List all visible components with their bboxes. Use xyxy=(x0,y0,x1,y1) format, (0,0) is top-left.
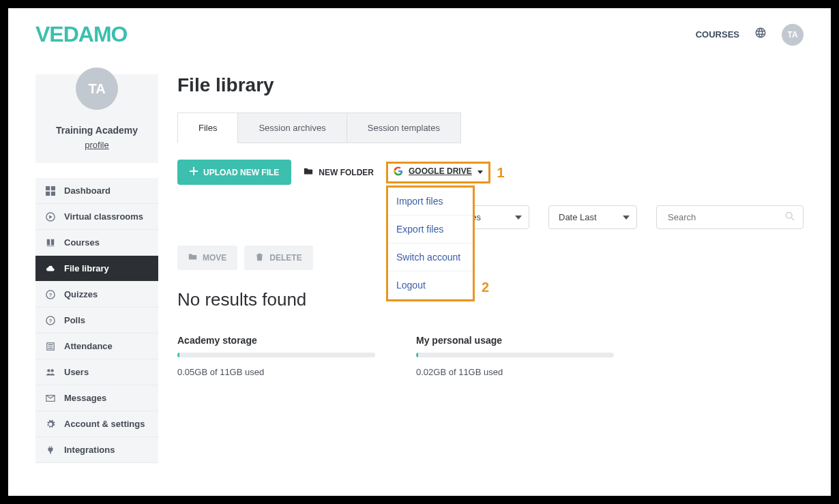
question-icon: ? xyxy=(45,316,56,325)
upload-new-file-button[interactable]: UPLOAD NEW FILE xyxy=(177,160,291,185)
academy-storage-progress xyxy=(177,353,375,357)
dashboard-icon xyxy=(45,186,56,196)
main: File library Files Session archives Sess… xyxy=(177,74,804,463)
content: TA Training Academy profile Dashboard Vi… xyxy=(8,54,831,463)
personal-storage-block: My personal usage 0.02GB of 11GB used xyxy=(416,335,614,377)
play-icon xyxy=(45,212,56,222)
storage-row: Academy storage 0.05GB of 11GB used My p… xyxy=(177,335,804,377)
move-label: MOVE xyxy=(203,253,226,263)
no-results-text: No results found xyxy=(177,289,804,310)
nav-messages[interactable]: Messages xyxy=(35,385,158,411)
academy-storage-fill xyxy=(177,353,179,357)
gdrive-export-files[interactable]: Export files xyxy=(388,216,473,243)
plug-icon xyxy=(45,445,56,455)
folder-icon xyxy=(188,252,197,263)
move-button[interactable]: MOVE xyxy=(177,246,237,270)
sidebar-nav: Dashboard Virtual classrooms Courses Fil… xyxy=(35,178,158,463)
personal-storage-progress xyxy=(416,353,614,357)
trash-icon xyxy=(255,252,264,263)
tab-session-templates[interactable]: Session templates xyxy=(347,113,461,143)
brand-logo: VEDAMO xyxy=(35,22,127,47)
nav-label: Account & settings xyxy=(64,419,145,429)
nav-label: Integrations xyxy=(64,445,115,455)
chevron-down-icon xyxy=(477,166,483,176)
svg-point-10 xyxy=(47,369,50,372)
gdrive-import-files[interactable]: Import files xyxy=(388,188,473,216)
nav-dashboard[interactable]: Dashboard xyxy=(35,178,158,204)
svg-point-11 xyxy=(50,369,53,372)
upload-label: UPLOAD NEW FILE xyxy=(203,168,279,177)
gdrive-logout[interactable]: Logout xyxy=(388,271,473,299)
folder-icon xyxy=(304,166,313,178)
search-input[interactable] xyxy=(665,206,785,228)
nav-attendance[interactable]: Attendance xyxy=(35,333,158,359)
nav-account-settings[interactable]: Account & settings xyxy=(35,411,158,437)
topbar-right: COURSES TA xyxy=(696,24,804,46)
svg-text:?: ? xyxy=(49,291,53,297)
svg-rect-1 xyxy=(51,186,55,190)
user-avatar[interactable]: TA xyxy=(782,24,804,46)
svg-rect-0 xyxy=(46,186,50,190)
svg-point-13 xyxy=(786,212,792,218)
nav-label: Users xyxy=(64,367,89,377)
users-icon xyxy=(45,368,56,377)
nav-label: Polls xyxy=(64,315,85,325)
gear-icon xyxy=(45,419,56,429)
app-window: VEDAMO COURSES TA TA Training Academy pr… xyxy=(8,8,831,496)
filters-row: My files Date Last xyxy=(177,205,804,229)
nav-label: Messages xyxy=(64,393,106,403)
nav-label: Virtual classrooms xyxy=(64,211,143,222)
academy-storage-title: Academy storage xyxy=(177,335,375,346)
nav-label: Courses xyxy=(64,237,100,248)
profile-link[interactable]: profile xyxy=(85,140,108,150)
nav-label: Quizzes xyxy=(64,289,98,299)
sidebar: TA Training Academy profile Dashboard Vi… xyxy=(35,74,158,463)
list-icon xyxy=(45,342,56,351)
topbar: VEDAMO COURSES TA xyxy=(8,8,831,54)
nav-quizzes[interactable]: ? Quizzes xyxy=(35,282,158,308)
envelope-icon xyxy=(45,394,56,403)
svg-text:?: ? xyxy=(49,317,53,323)
delete-label: DELETE xyxy=(269,253,301,263)
courses-link[interactable]: COURSES xyxy=(696,29,739,40)
filter-sort-select[interactable]: Date Last xyxy=(548,205,637,229)
google-drive-button[interactable]: GOOGLE DRIVE xyxy=(394,166,483,176)
gdrive-switch-account[interactable]: Switch account xyxy=(388,243,473,271)
nav-label: Dashboard xyxy=(64,186,111,196)
annotation-2: 2 xyxy=(482,280,489,295)
new-folder-label: NEW FOLDER xyxy=(319,168,374,177)
profile-avatar: TA xyxy=(76,68,118,110)
google-drive-label: GOOGLE DRIVE xyxy=(409,166,472,176)
search-wrap xyxy=(656,205,804,229)
nav-file-library[interactable]: File library xyxy=(35,256,158,282)
google-drive-dropdown-wrap: GOOGLE DRIVE 1 Import files Export files… xyxy=(386,162,490,183)
profile-name: Training Academy xyxy=(42,125,151,136)
tab-session-archives[interactable]: Session archives xyxy=(238,113,347,143)
nav-courses[interactable]: Courses xyxy=(35,230,158,256)
cloud-icon xyxy=(45,264,56,273)
nav-polls[interactable]: ? Polls xyxy=(35,308,158,333)
toolbar: UPLOAD NEW FILE NEW FOLDER GOOGLE DRIVE … xyxy=(177,160,804,185)
academy-storage-text: 0.05GB of 11GB used xyxy=(177,367,375,377)
nav-virtual-classrooms[interactable]: Virtual classrooms xyxy=(35,204,158,230)
delete-button[interactable]: DELETE xyxy=(244,246,312,270)
nav-label: File library xyxy=(64,263,109,273)
personal-storage-fill xyxy=(416,353,418,357)
profile-card: TA Training Academy profile xyxy=(35,74,158,163)
new-folder-button[interactable]: NEW FOLDER xyxy=(304,166,374,178)
plus-icon xyxy=(190,167,198,177)
personal-storage-title: My personal usage xyxy=(416,335,614,346)
academy-storage-block: Academy storage 0.05GB of 11GB used xyxy=(177,335,375,377)
question-icon: ? xyxy=(45,290,56,299)
nav-users[interactable]: Users xyxy=(35,359,158,385)
nav-label: Attendance xyxy=(64,341,113,351)
globe-icon[interactable] xyxy=(754,27,767,42)
tab-files[interactable]: Files xyxy=(177,113,238,143)
nav-integrations[interactable]: Integrations xyxy=(35,437,158,463)
page-title: File library xyxy=(177,74,804,96)
svg-rect-2 xyxy=(46,191,50,195)
tabs: Files Session archives Session templates xyxy=(177,113,804,143)
personal-storage-text: 0.02GB of 11GB used xyxy=(416,367,614,377)
book-icon xyxy=(45,238,56,248)
svg-rect-3 xyxy=(51,191,55,195)
